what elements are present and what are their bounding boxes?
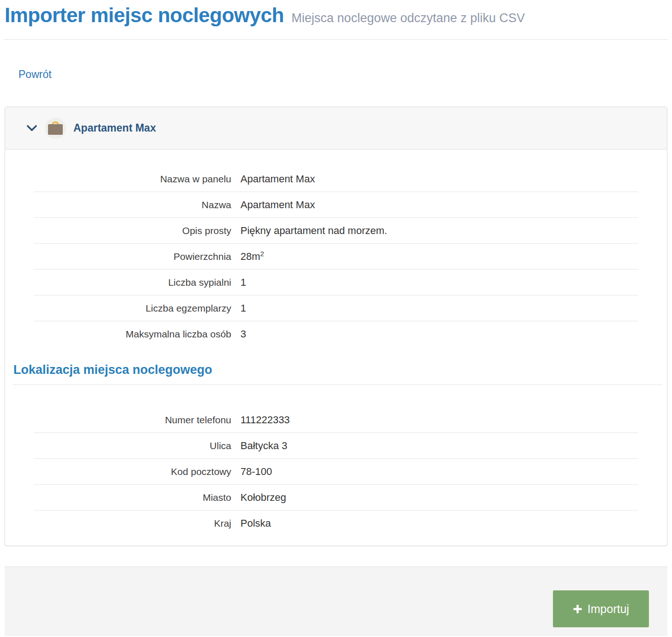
row-value: 1	[240, 276, 246, 288]
row-value: 28m2	[240, 250, 264, 263]
page-header: Importer miejsc noclegowych Miejsca nocl…	[5, 0, 667, 40]
row-label: Liczba sypialni	[34, 277, 231, 288]
row-value: Apartament Max	[240, 173, 315, 185]
row-label: Ulica	[34, 440, 231, 451]
divider	[13, 385, 662, 385]
row-value: 111222333	[240, 414, 290, 426]
import-button[interactable]: Importuj	[553, 590, 649, 627]
table-row: Ulica Bałtycka 3	[34, 433, 638, 459]
row-label: Kraj	[34, 518, 231, 529]
chevron-down-icon[interactable]	[26, 125, 37, 132]
accommodation-panel: Apartament Max Nazwa w panelu Apartament…	[5, 107, 667, 546]
table-row: Liczba sypialni 1	[34, 270, 638, 295]
details-rows: Nazwa w panelu Apartament Max Nazwa Apar…	[34, 166, 638, 347]
table-row: Nazwa Apartament Max	[34, 192, 638, 218]
location-section-heading: Lokalizacja miejsca noclegowego	[13, 363, 663, 377]
plus-icon	[573, 604, 582, 614]
table-row: Powierzchnia 28m2	[34, 244, 638, 270]
table-row: Kod pocztowy 78-100	[34, 459, 638, 485]
row-value: Kołobrzeg	[240, 492, 286, 504]
row-label: Powierzchnia	[34, 251, 231, 262]
row-label: Miasto	[34, 492, 231, 503]
row-value: Apartament Max	[240, 199, 315, 211]
location-rows: Numer telefonu 111222333 Ulica Bałtycka …	[34, 407, 638, 536]
page-title: Importer miejsc noclegowych	[5, 4, 284, 26]
row-value: 78-100	[240, 466, 272, 478]
row-value: 3	[240, 328, 246, 340]
briefcase-icon	[45, 118, 66, 139]
row-label: Liczba egzemplarzy	[34, 303, 231, 314]
page-subtitle: Miejsca noclegowe odczytane z pliku CSV	[292, 11, 525, 25]
panel-body: Nazwa w panelu Apartament Max Nazwa Apar…	[5, 150, 667, 546]
table-row: Miasto Kołobrzeg	[34, 485, 638, 511]
row-label: Nazwa w panelu	[34, 174, 231, 185]
table-row: Numer telefonu 111222333	[34, 407, 638, 433]
row-value: Bałtycka 3	[240, 440, 288, 452]
row-value: Piękny apartament nad morzem.	[240, 225, 387, 237]
panel-title: Apartament Max	[73, 122, 156, 134]
row-label: Maksymalna liczba osób	[34, 329, 231, 340]
action-footer: Importuj	[5, 566, 667, 636]
page: Importer miejsc noclegowych Miejsca nocl…	[0, 0, 672, 636]
row-label: Kod pocztowy	[34, 466, 231, 477]
row-value: 1	[240, 302, 246, 314]
row-value: Polska	[240, 517, 271, 529]
table-row: Maksymalna liczba osób 3	[34, 321, 638, 347]
back-link[interactable]: Powrót	[18, 68, 52, 81]
row-label: Nazwa	[34, 199, 231, 210]
row-label: Opis prosty	[34, 225, 231, 236]
table-row: Opis prosty Piękny apartament nad morzem…	[34, 218, 638, 244]
import-button-label: Importuj	[588, 602, 629, 616]
panel-header-toggle[interactable]: Apartament Max	[5, 107, 667, 150]
table-row: Liczba egzemplarzy 1	[34, 295, 638, 321]
table-row: Nazwa w panelu Apartament Max	[34, 166, 638, 192]
superscript: 2	[260, 250, 264, 258]
table-row: Kraj Polska	[34, 511, 638, 536]
row-label: Numer telefonu	[34, 415, 231, 426]
